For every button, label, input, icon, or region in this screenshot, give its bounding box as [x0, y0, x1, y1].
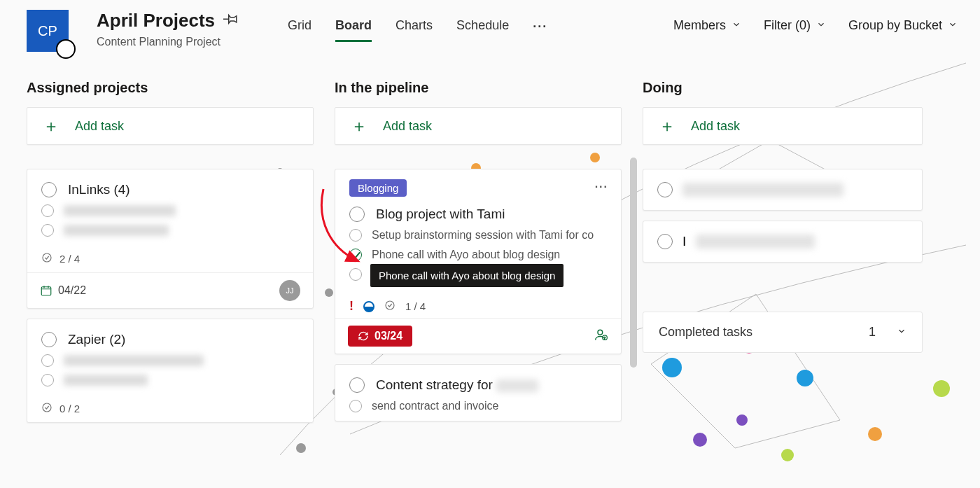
assignee-avatar[interactable]: JJ — [279, 280, 300, 301]
info-icon[interactable]: i — [56, 39, 76, 59]
checklist-icon — [41, 252, 52, 265]
card-more-icon[interactable]: ··· — [595, 181, 608, 193]
checklist-icon — [384, 300, 396, 313]
subtask-toggle[interactable] — [349, 249, 362, 261]
subtask-toggle[interactable] — [41, 354, 54, 367]
subtask-text: redacted item one longer — [64, 355, 204, 366]
checklist-count: 1 / 4 — [405, 300, 426, 312]
column-title: Doing — [643, 80, 923, 96]
column-title: In the pipeline — [335, 80, 622, 96]
overdue-date-chip: 03/24 — [348, 326, 412, 347]
completed-count: 1 — [869, 325, 876, 340]
groupby-dropdown[interactable]: Group by Bucket — [848, 18, 958, 33]
tab-charts[interactable]: Charts — [396, 18, 433, 42]
chevron-down-icon — [816, 18, 826, 33]
task-title: Content strategy for — [376, 377, 538, 393]
complete-toggle[interactable] — [349, 377, 365, 393]
task-title: Zapier (2) — [68, 332, 125, 347]
task-card[interactable]: Zapier (2) redacted item one longer reda… — [27, 319, 314, 423]
plus-icon: ＋ — [351, 115, 368, 137]
column-assigned-projects: Assigned projects ＋ Add task InLinks (4)… — [27, 77, 314, 423]
task-title-redacted: redacted doing two — [696, 235, 815, 249]
header-bar: CP i April Projects Content Planning Pro… — [0, 0, 980, 70]
tab-grid[interactable]: Grid — [288, 18, 312, 42]
task-card[interactable]: InLinks (4) redacted item one redacted i… — [27, 169, 314, 309]
column-doing: Doing ＋ Add task redacted doing task one… — [643, 77, 923, 423]
subtask-row[interactable]: Phone call with Ayo about blog design — [349, 249, 607, 261]
subtask-toggle[interactable] — [41, 374, 54, 386]
assign-user-icon[interactable] — [594, 328, 608, 344]
subtask-toggle[interactable] — [349, 229, 362, 242]
add-task-label: Add task — [691, 119, 740, 134]
subtask-toggle[interactable] — [349, 400, 362, 412]
plan-logo: CP i — [27, 10, 69, 52]
filter-label: Filter (0) — [764, 18, 811, 33]
task-title: Blog project with Tami — [376, 207, 505, 222]
subtask-row[interactable]: send contract and invoice — [349, 400, 607, 412]
svg-point-15 — [43, 253, 51, 262]
recurring-icon — [358, 330, 369, 342]
column-title: Assigned projects — [27, 80, 314, 96]
subtask-text: send contract and invoice — [372, 400, 498, 412]
plan-title: April Projects — [97, 10, 215, 32]
tab-board[interactable]: Board — [335, 18, 372, 42]
members-dropdown[interactable]: Members — [673, 18, 741, 33]
groupby-label: Group by Bucket — [848, 18, 942, 33]
complete-toggle[interactable] — [41, 182, 57, 197]
svg-rect-16 — [41, 287, 51, 295]
plus-icon: ＋ — [659, 115, 676, 137]
priority-urgent-icon: ! — [349, 299, 354, 314]
subtask-row[interactable]: Setup brainstorming session with Tami fo… — [349, 229, 607, 242]
scrollbar-thumb[interactable] — [630, 158, 637, 368]
subtask-toggle[interactable] — [349, 268, 362, 281]
calendar-icon — [40, 284, 52, 297]
complete-toggle[interactable] — [349, 207, 365, 222]
plus-icon: ＋ — [43, 115, 59, 137]
svg-point-19 — [598, 330, 603, 335]
completed-label: Completed tasks — [659, 325, 752, 340]
task-card[interactable]: Content strategy for send contract and i… — [335, 364, 622, 421]
due-date-text: 04/22 — [58, 284, 86, 297]
view-tabs: Grid Board Charts Schedule ··· — [288, 10, 547, 42]
svg-point-8 — [781, 449, 794, 461]
subtask-text: redacted item one — [64, 205, 176, 216]
chevron-down-icon — [948, 18, 958, 33]
subtask-toggle[interactable] — [41, 204, 54, 217]
subtask-row[interactable]: redacted item one — [41, 204, 299, 217]
checklist-count: 0 / 2 — [59, 403, 80, 414]
subtask-row[interactable]: Phone call with Ayo about blog design — [349, 268, 607, 281]
subtask-row[interactable]: redacted item one longer — [41, 354, 299, 367]
complete-toggle[interactable] — [41, 332, 57, 347]
subtask-row[interactable]: redacted item two — [41, 224, 299, 237]
completed-tasks-toggle[interactable]: Completed tasks 1 — [643, 312, 923, 353]
svg-point-7 — [693, 433, 707, 447]
add-task-label: Add task — [383, 119, 432, 134]
add-task-button[interactable]: ＋ Add task — [27, 107, 314, 145]
column-in-the-pipeline: In the pipeline ＋ Add task Blogging ··· … — [335, 77, 622, 423]
subtask-tooltip: Phone call with Ayo about blog design — [370, 264, 564, 287]
task-title-prefix: I — [682, 234, 686, 249]
task-title-redacted: redacted doing task one text — [682, 183, 844, 197]
subtask-text: Phone call with Ayo about blog design — [372, 249, 560, 261]
subtask-toggle[interactable] — [41, 224, 54, 237]
complete-toggle[interactable] — [657, 182, 673, 197]
redacted-text — [496, 379, 538, 392]
task-label-tag[interactable]: Blogging — [349, 179, 407, 197]
task-card[interactable]: I redacted doing two — [643, 221, 923, 263]
task-card[interactable]: Blogging ··· Blog project with Tami Setu… — [335, 169, 622, 354]
complete-toggle[interactable] — [657, 234, 673, 249]
tab-schedule[interactable]: Schedule — [456, 18, 509, 42]
tab-more-icon[interactable]: ··· — [533, 18, 547, 42]
filter-dropdown[interactable]: Filter (0) — [764, 18, 826, 33]
subtask-text: redacted item two — [64, 225, 169, 236]
svg-point-13 — [296, 443, 306, 453]
pin-icon[interactable] — [223, 12, 239, 30]
task-card[interactable]: redacted doing task one text — [643, 169, 923, 211]
subtask-row[interactable]: redacted item — [41, 374, 299, 386]
add-task-button[interactable]: ＋ Add task — [643, 107, 923, 145]
add-task-button[interactable]: ＋ Add task — [335, 107, 622, 145]
plan-subtitle: Content Planning Project — [97, 36, 239, 48]
plan-logo-initials: CP — [38, 23, 57, 39]
svg-point-18 — [386, 301, 394, 309]
subtask-text: Setup brainstorming session with Tami fo… — [372, 229, 594, 242]
